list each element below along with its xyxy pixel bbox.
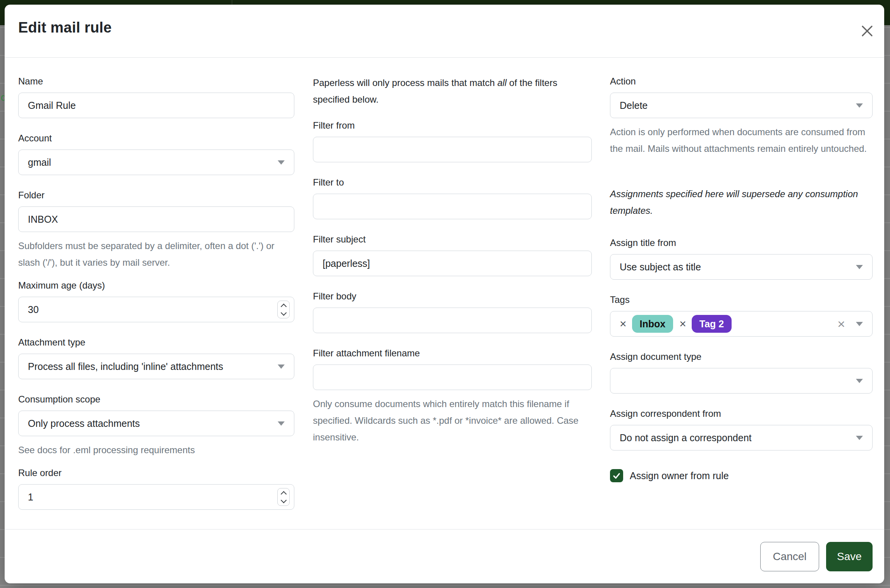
stepper-down-icon xyxy=(280,497,287,503)
consumption-scope-label: Consumption scope xyxy=(18,392,294,406)
stepper-up-icon xyxy=(280,491,287,497)
assign-correspondent-selected-value: Do not assign a correspondent xyxy=(620,432,752,444)
account-select[interactable]: gmail xyxy=(18,150,294,175)
assign-owner-checkbox-row[interactable]: Assign owner from rule xyxy=(610,469,873,482)
filter-filename-input[interactable] xyxy=(313,364,592,390)
column-filters: Paperless will only process mails that m… xyxy=(313,74,592,453)
remove-tag-2-icon[interactable]: × xyxy=(679,317,686,330)
filter-subject-label: Filter subject xyxy=(313,232,592,246)
rule-order-label: Rule order xyxy=(18,466,294,480)
attachment-type-selected-value: Process all files, including 'inline' at… xyxy=(28,361,223,372)
filter-to-label: Filter to xyxy=(313,175,592,189)
assign-title-select[interactable]: Use subject as title xyxy=(610,254,873,280)
chevron-down-icon xyxy=(856,379,863,383)
chevron-down-icon xyxy=(856,103,863,108)
filters-intro-text: Paperless will only process mails that m… xyxy=(313,74,592,108)
assign-doctype-label: Assign document type xyxy=(610,350,873,364)
folder-input[interactable] xyxy=(18,206,294,232)
edit-mail-rule-dialog: Edit mail rule Name Account gmail Folder… xyxy=(5,5,884,583)
action-help-text: Action is only performed when documents … xyxy=(610,124,873,157)
tags-label: Tags xyxy=(610,293,873,307)
column-general: Name Account gmail Folder Subfolders mus… xyxy=(18,74,294,523)
chevron-down-icon xyxy=(278,364,285,369)
column-actions: Action Delete Action is only performed w… xyxy=(610,74,873,482)
filter-body-label: Filter body xyxy=(313,289,592,303)
filter-from-label: Filter from xyxy=(313,119,592,132)
stepper-down-icon xyxy=(280,309,287,316)
assign-correspondent-label: Assign correspondent from xyxy=(610,407,873,421)
attachment-type-select[interactable]: Process all files, including 'inline' at… xyxy=(18,354,294,379)
max-age-label: Maximum age (days) xyxy=(18,279,294,292)
assign-owner-label: Assign owner from rule xyxy=(630,470,729,481)
clear-all-tags-icon[interactable]: × xyxy=(837,317,845,330)
assignments-note: Assignments specified here will supersed… xyxy=(610,186,873,219)
filter-subject-input[interactable] xyxy=(313,251,592,276)
close-button[interactable] xyxy=(861,25,873,37)
account-selected-value: gmail xyxy=(28,157,51,168)
tag-chip-tag2: Tag 2 xyxy=(692,315,732,333)
tag-chip-inbox: Inbox xyxy=(632,315,674,333)
assign-title-selected-value: Use subject as title xyxy=(620,261,701,273)
max-age-stepper[interactable] xyxy=(277,301,290,318)
intro-italic-word: all xyxy=(497,77,507,88)
assign-doctype-select[interactable] xyxy=(610,368,873,394)
chevron-down-icon xyxy=(856,436,863,440)
action-selected-value: Delete xyxy=(620,100,648,111)
filter-to-input[interactable] xyxy=(313,194,592,219)
max-age-input[interactable] xyxy=(18,297,294,322)
tags-select[interactable]: × Inbox × Tag 2 × xyxy=(610,311,873,337)
chevron-down-icon xyxy=(856,322,863,326)
close-icon xyxy=(861,25,873,37)
assign-owner-checkbox[interactable] xyxy=(610,469,623,482)
dialog-header: Edit mail rule xyxy=(5,5,884,58)
filter-body-input[interactable] xyxy=(313,308,592,333)
name-label: Name xyxy=(18,74,294,88)
folder-label: Folder xyxy=(18,188,294,202)
save-button[interactable]: Save xyxy=(826,542,873,571)
filter-filename-help-text: Only consume documents which entirely ma… xyxy=(313,395,592,445)
stepper-up-icon xyxy=(280,303,287,309)
consumption-scope-help-text: See docs for .eml processing requirement… xyxy=(18,442,294,458)
dialog-footer: Cancel Save xyxy=(5,529,884,583)
folder-help-text: Subfolders must be separated by a delimi… xyxy=(18,237,294,271)
rule-order-input[interactable] xyxy=(18,484,294,510)
rule-order-stepper[interactable] xyxy=(277,488,290,506)
chevron-down-icon xyxy=(856,265,863,269)
chevron-down-icon xyxy=(278,421,285,426)
consumption-scope-selected-value: Only process attachments xyxy=(28,418,140,429)
assign-correspondent-select[interactable]: Do not assign a correspondent xyxy=(610,425,873,450)
action-select[interactable]: Delete xyxy=(610,93,873,118)
filter-filename-label: Filter attachment filename xyxy=(313,346,592,360)
dialog-title: Edit mail rule xyxy=(18,19,112,36)
filter-from-input[interactable] xyxy=(313,137,592,162)
consumption-scope-select[interactable]: Only process attachments xyxy=(18,411,294,436)
chevron-down-icon xyxy=(278,160,285,165)
account-label: Account xyxy=(18,131,294,145)
remove-tag-inbox-icon[interactable]: × xyxy=(620,317,627,330)
attachment-type-label: Attachment type xyxy=(18,335,294,349)
checkmark-icon xyxy=(612,471,621,480)
assign-title-label: Assign title from xyxy=(610,236,873,250)
action-label: Action xyxy=(610,74,873,88)
name-input[interactable] xyxy=(18,93,294,118)
cancel-button[interactable]: Cancel xyxy=(760,542,819,571)
